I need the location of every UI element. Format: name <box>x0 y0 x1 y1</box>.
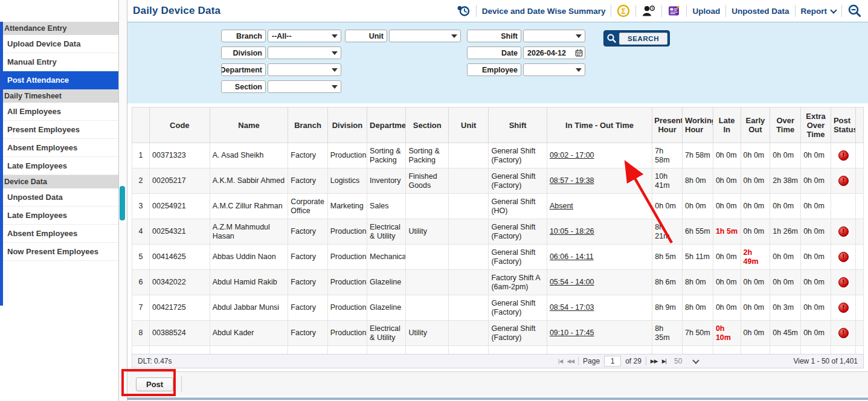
sidebar-item-late-employees[interactable]: Late Employees <box>0 207 118 225</box>
toolbar-separator <box>841 5 842 17</box>
in-out-time-link[interactable]: Absent <box>550 202 573 210</box>
sidebar-item-now-present-employees[interactable]: Now Present Employees <box>0 243 118 261</box>
cell-unit <box>449 219 489 245</box>
sidebar-item-upload-device-data[interactable]: Upload Device Data <box>0 35 118 53</box>
shift-select[interactable] <box>523 30 585 42</box>
cell-filler <box>856 346 864 354</box>
cell-unit <box>449 143 489 168</box>
column-header-section: Section <box>406 107 449 143</box>
section-select[interactable] <box>268 80 341 93</box>
sidebar-item-manual-entry[interactable]: Manual Entry <box>0 53 118 71</box>
cell-row-number: 6 <box>132 270 150 295</box>
last-page-button[interactable]: ▶| <box>662 358 666 364</box>
unposted-data-link[interactable]: Unposted Data <box>731 7 789 16</box>
sidebar-item-present-employees[interactable]: Present Employees <box>0 121 118 139</box>
cell-filler <box>856 270 864 295</box>
cell-code: 00388524 <box>150 321 210 346</box>
sidebar-list: Attendance EntryUpload Device DataManual… <box>0 22 118 261</box>
cell-extra-over: 0h 0m <box>801 245 831 270</box>
sidebar-item-absent-employees[interactable]: Absent Employees <box>0 139 118 157</box>
cell-post-status <box>831 194 856 219</box>
view-range-info: View 1 - 50 of 1,401 <box>793 357 858 365</box>
cell-present: 8h 5m <box>652 245 683 270</box>
dropdown-caret-icon <box>332 85 338 89</box>
in-out-time-link[interactable]: 06:06 - 14:11 <box>550 252 594 261</box>
person-clock-icon[interactable] <box>641 5 656 17</box>
table-header-row: CodeNameBranchDivisionDepartmentSectionU… <box>132 107 864 143</box>
page-number-input[interactable]: 1 <box>604 356 621 367</box>
date-label: Date <box>467 47 521 59</box>
cell-late-in: 0h 0m <box>713 270 741 295</box>
page-size-chevron-icon[interactable] <box>693 357 699 364</box>
cell-post-status: ! <box>831 245 856 270</box>
sidebar-scrollbar[interactable] <box>118 0 127 401</box>
footer-separator <box>181 376 182 392</box>
in-out-time-link[interactable]: 10:05 - 18:26 <box>550 227 594 236</box>
branch-label: Branch <box>221 30 266 42</box>
report-dropdown[interactable]: Report <box>801 7 837 16</box>
sidebar-item-post-attendance[interactable]: Post Attendance <box>0 71 118 89</box>
first-page-button[interactable]: |◀ <box>558 358 562 364</box>
cell-in-out-time <box>547 346 652 354</box>
zoom-out-icon[interactable] <box>847 4 862 18</box>
sidebar-item-unposted-data[interactable]: Unposted Data <box>0 188 118 207</box>
unposted-status-icon: ! <box>838 176 849 186</box>
cell-row-number: 4 <box>132 219 150 245</box>
in-out-time-link[interactable]: 05:54 - 14:00 <box>550 278 594 286</box>
cell-late-in: 0h 10m <box>713 321 741 346</box>
cell-division: Production <box>327 143 367 168</box>
cell-post-status: ! <box>831 219 856 245</box>
cell-present <box>652 346 683 354</box>
division-select[interactable] <box>268 47 341 59</box>
table-row: SquaringSquaring <box>132 346 864 354</box>
cell-department: Electrical & Utility <box>367 219 406 245</box>
id-card-icon[interactable] <box>667 5 681 17</box>
cell-filler <box>856 321 864 346</box>
cell-late-in: 0h 0m <box>713 168 741 194</box>
branch-select[interactable]: --All-- <box>268 30 341 42</box>
cell-present: 8h 21m <box>652 219 683 245</box>
cell-unit <box>449 321 489 346</box>
department-select[interactable] <box>268 63 341 76</box>
cell-name: A.M.C Zillur Rahman <box>210 194 288 219</box>
in-out-time-link[interactable]: 09:10 - 17:45 <box>550 329 594 337</box>
cell-in-out-time: 09:02 - 17:00 <box>547 143 652 168</box>
employee-select[interactable] <box>523 63 585 76</box>
data-table-wrap: CodeNameBranchDivisionDepartmentSectionU… <box>132 107 864 354</box>
sidebar-scrollbar-thumb[interactable] <box>120 186 125 220</box>
cell-section: Squaring <box>406 346 449 354</box>
page-title: Daily Device Data <box>133 5 220 17</box>
post-button[interactable]: Post <box>136 377 173 391</box>
table-row: 300254921A.M.C Zillur RahmanCorporate Of… <box>132 194 864 219</box>
cell-filler <box>856 219 864 245</box>
search-button[interactable]: SEARCH <box>603 30 670 47</box>
in-out-time-link[interactable]: 08:54 - 17:03 <box>550 303 594 312</box>
cell-over: 0h 0m <box>770 245 801 270</box>
history-clock-icon[interactable] <box>457 5 471 18</box>
table-row: 500414625Abbas Uddin NaonFactoryProducti… <box>132 245 864 270</box>
page-size-value[interactable]: 50 <box>674 357 682 365</box>
cell-filler <box>856 143 864 168</box>
page-of-label: of 29 <box>625 357 641 365</box>
in-out-time-link[interactable]: 09:02 - 17:00 <box>550 151 594 159</box>
next-page-button[interactable]: ▶▶ <box>651 358 658 364</box>
device-date-summary-link[interactable]: Device and Date Wise Summary <box>482 7 606 16</box>
cell-working: 0h 0m <box>683 194 713 219</box>
sigma-summary-icon[interactable]: Σ <box>617 4 630 18</box>
dropdown-caret-icon <box>576 68 582 72</box>
cell-unit <box>449 245 489 270</box>
unit-select[interactable] <box>389 30 461 42</box>
cell-post-status: ! <box>831 143 856 168</box>
sidebar-item-absent-employees[interactable]: Absent Employees <box>0 225 118 243</box>
date-input[interactable]: 2026-04-12 <box>523 47 585 59</box>
division-label: Division <box>221 47 266 59</box>
in-out-time-link[interactable]: 08:57 - 19:38 <box>550 176 594 185</box>
main-panel: Daily Device Data Device and Date Wise S… <box>127 0 868 401</box>
sidebar-item-late-employees[interactable]: Late Employees <box>0 157 118 175</box>
cell-branch: Factory <box>288 219 327 245</box>
cell-code: 00254321 <box>150 219 210 245</box>
cell-unit <box>449 270 489 295</box>
prev-page-button[interactable]: ◀◀ <box>567 358 574 364</box>
sidebar-item-all-employees[interactable]: All Employees <box>0 103 118 121</box>
upload-link[interactable]: Upload <box>692 7 720 16</box>
